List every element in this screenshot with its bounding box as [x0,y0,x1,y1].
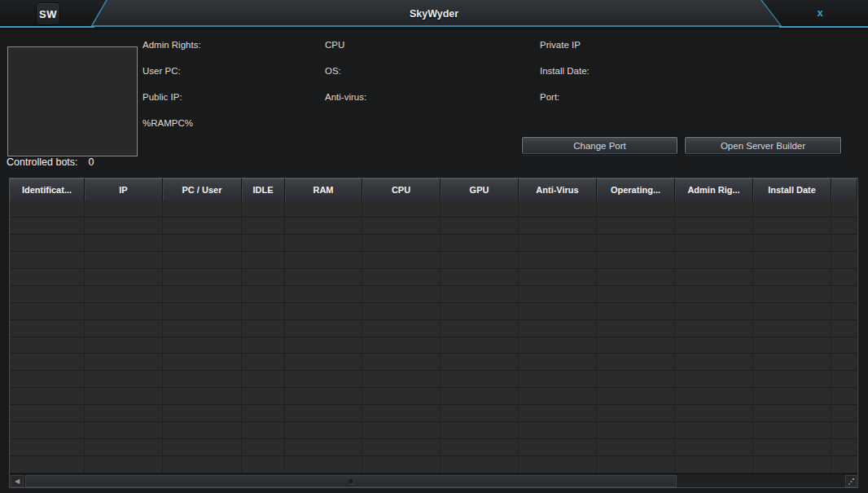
table-cell [85,303,163,319]
table-cell [85,252,163,268]
table-cell [85,320,163,337]
table-cell [242,303,285,319]
change-port-button[interactable]: Change Port [522,137,677,154]
table-cell [242,354,285,370]
table-cell [242,439,285,456]
header-cell-Install Date[interactable]: Install Date [753,178,831,200]
close-button[interactable]: x [809,7,831,23]
table-cell [85,235,163,251]
table-cell [85,439,163,456]
table-cell [85,388,163,404]
table-cell [597,252,675,268]
table-cell [242,269,285,285]
table-cell [10,269,85,285]
table-cell [85,269,163,285]
table-cell [10,320,85,337]
table-cell [10,286,85,302]
scroll-thumb[interactable] [25,475,677,487]
table-row [10,354,857,371]
table-row [10,405,857,422]
header-cell-empty[interactable] [831,178,857,200]
table-cell [597,439,675,456]
table-cell [831,218,857,234]
table-cell [675,337,753,354]
table-cell [163,405,242,421]
table-row [10,200,857,218]
table-cell [831,286,857,302]
header-cell-IP[interactable]: IP [85,178,163,200]
table-cell [519,337,597,354]
table-cell [441,218,519,234]
table-cell [441,371,519,387]
header-cell-GPU[interactable]: GPU [441,178,519,200]
controlled-bots-label: Controlled bots: [7,156,78,168]
table-cell [753,320,831,337]
table-cell [597,337,675,354]
table-cell [285,269,362,285]
label-admin-rights: Admin Rights: [142,40,201,51]
table-cell [441,303,519,319]
table-cell [85,337,163,354]
scroll-left-button[interactable]: ◀ [11,475,24,487]
table-cell [85,371,163,387]
table-cell [597,320,675,337]
table-cell [441,422,519,438]
horizontal-scrollbar[interactable]: ◀ [10,473,857,487]
table-cell [519,388,597,404]
open-server-builder-button[interactable]: Open Server Builder [685,137,841,154]
table-cell [753,303,831,319]
table-cell [242,405,285,421]
scroll-thumb-grip-icon [349,479,353,483]
table-row [10,456,857,473]
table-cell [519,252,597,268]
titlebar[interactable]: SW SkyWyder x [0,0,868,29]
table-cell [597,286,675,302]
table-cell [597,235,675,251]
table-cell [163,269,242,285]
header-cell-Operating...[interactable]: Operating... [597,178,675,200]
header-cell-Anti-Virus[interactable]: Anti-Virus [519,178,597,200]
table-cell [831,456,857,473]
scroll-resize-grip-icon[interactable] [845,475,857,487]
table-cell [675,439,753,456]
header-cell-IDLE[interactable]: IDLE [242,178,285,200]
header-cell-RAM[interactable]: RAM [285,178,362,200]
table-cell [10,456,85,473]
table-cell [597,269,675,285]
table-cell [831,200,857,217]
table-cell [831,354,857,370]
table-cell [85,200,163,217]
table-cell [831,439,857,456]
table-cell [10,422,85,438]
table-cell [753,456,831,473]
label-anti-virus: Anti-virus: [325,92,366,103]
table-cell [85,286,163,302]
table-cell [10,200,85,217]
table-cell [285,252,362,268]
table-cell [285,320,362,337]
table-row [10,269,857,286]
table-cell [163,439,242,456]
table-cell [519,354,597,370]
table-row [10,303,857,320]
table-cell [831,405,857,421]
header-cell-Admin Rig...[interactable]: Admin Rig... [675,178,753,200]
label-install-date: Install Date: [540,66,590,77]
table-cell [163,456,242,473]
table-row [10,422,857,439]
table-cell [753,200,831,217]
table-cell [441,252,519,268]
table-cell [163,320,242,337]
header-cell-CPU[interactable]: CPU [362,178,441,200]
controlled-bots-count: 0 [89,156,94,168]
table-cell [242,218,285,234]
header-cell-PC / User[interactable]: PC / User [163,178,242,200]
table-cell [163,200,242,217]
header-cell-Identificat...[interactable]: Identificat... [10,178,85,200]
label-cpu: CPU [325,40,344,51]
table-cell [163,252,242,268]
table-cell [441,456,519,473]
titlebar-accent-line-left [0,26,94,28]
table-cell [519,200,597,217]
table-cell [675,320,753,337]
